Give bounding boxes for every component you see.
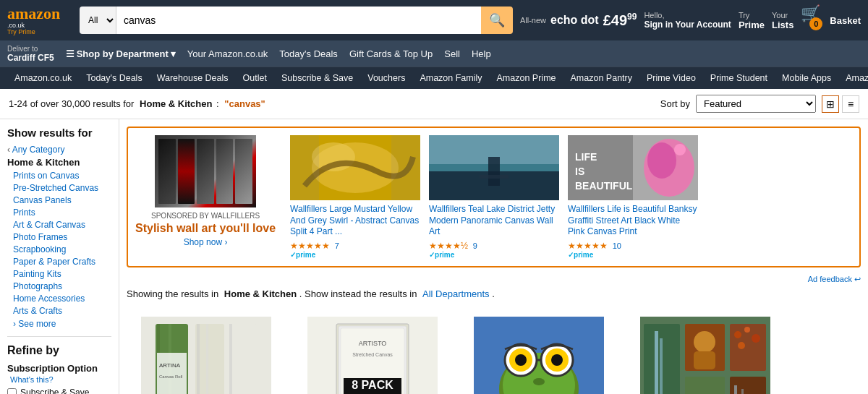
product-card-2[interactable]: 8 PACK 12x12 in ARTISTO Stretched Canvas (293, 309, 452, 394)
todays-deals-link[interactable]: Today's Deals (279, 48, 338, 59)
subscribe-save-checkbox[interactable] (7, 388, 17, 395)
ad-shop-now-link[interactable]: Shop now › (184, 237, 228, 247)
swirl-svg (290, 135, 420, 200)
showing-dept: Home & Kitchen (224, 288, 297, 299)
ad-product-2-image[interactable] (429, 135, 559, 200)
nav-outlet[interactable]: Outlet (236, 67, 274, 89)
ad-main-panel: SPONSORED BY WALLFILLERS Stylish wall ar… (135, 135, 276, 247)
product-grid: ARTINA Canvas Roll 8 PA (127, 309, 861, 394)
product-card-3[interactable]: ●●● (459, 309, 618, 394)
your-label: Your (772, 11, 793, 20)
account-area[interactable]: Hello, Sign in Your Account (644, 11, 731, 30)
nav-vouchers[interactable]: Vouchers (360, 67, 412, 89)
basket-area[interactable]: 🛒 0 Basket (801, 4, 861, 36)
nav-prime-student[interactable]: Prime Student (703, 67, 775, 89)
nav-pickup[interactable]: Amazon Pickup Locations (838, 67, 868, 89)
header-sub: Deliver to Cardiff CF5 ☰ Shop by Departm… (0, 40, 868, 67)
canvas-panel-3 (197, 139, 214, 204)
cat-pre-stretched[interactable]: Pre-Stretched Canvas (13, 183, 111, 193)
cat-photo-frames[interactable]: Photo Frames (13, 232, 111, 242)
nav-amazon-prime[interactable]: Amazon Prime (490, 67, 563, 89)
cat-paper-crafts[interactable]: Paper & Paper Crafts (13, 257, 111, 267)
search-button[interactable]: 🔍 (481, 7, 513, 34)
ad-product-1-name[interactable]: Wallfillers Large Mustard Yellow And Gre… (290, 204, 420, 238)
cat-canvas-panels[interactable]: Canvas Panels (13, 195, 111, 205)
refine-by-title: Refine by (7, 344, 111, 357)
any-category[interactable]: ‹ Any Category (7, 145, 111, 155)
ad-product-2-name[interactable]: Wallfillers Teal Lake District Jetty Mod… (429, 204, 559, 238)
current-dept-label: Home & Kitchen (7, 157, 111, 168)
navbar: Amazon.co.uk Today's Deals Warehouse Dea… (0, 67, 868, 89)
list-view-icon[interactable]: ≡ (842, 95, 859, 113)
svg-point-44 (515, 354, 527, 366)
product-4-image (640, 317, 770, 394)
ad-title: Stylish wall art you'll love (135, 222, 276, 235)
showing-results-bar: Showing the results in Home & Kitchen . … (127, 284, 861, 304)
results-query: "canvas" (224, 98, 265, 109)
cat-photographs[interactable]: Photographs (13, 281, 111, 291)
nav-prime-video[interactable]: Prime Video (639, 67, 703, 89)
sort-select[interactable]: Featured Price: Low to High Price: High … (696, 95, 816, 113)
grid-view-icon[interactable]: ⊞ (822, 95, 839, 113)
results-count: 1-24 of over 30,000 results for Home & K… (9, 98, 265, 109)
ad-product-1-image[interactable] (290, 135, 420, 200)
svg-point-62 (734, 331, 741, 338)
shop-dept-label: Shop by Department (77, 48, 169, 59)
svg-rect-59 (685, 377, 725, 394)
all-depts-link[interactable]: All Departments (422, 288, 489, 299)
see-more-link[interactable]: › See more (7, 319, 111, 329)
any-category-link[interactable]: Any Category (12, 145, 65, 155)
your-amazon-link[interactable]: Your Amazon.co.uk (187, 48, 268, 59)
ad-product-3-image[interactable]: LIFE IS BEAUTIFUL (568, 135, 698, 200)
basket-label: Basket (830, 15, 861, 26)
product-card-1[interactable]: ARTINA Canvas Roll (127, 309, 286, 394)
svg-point-49 (533, 378, 545, 385)
cat-painting-kits[interactable]: Painting Kits (13, 269, 111, 279)
deliver-to[interactable]: Deliver to Cardiff CF5 (7, 45, 54, 63)
product-card-4[interactable] (626, 309, 785, 394)
show-results-heading: Show results for (7, 127, 111, 139)
svg-point-47 (551, 354, 563, 366)
prime-area[interactable]: Try Prime (739, 11, 765, 30)
cat-art-craft-canvas[interactable]: Art & Craft Canvas (13, 220, 111, 230)
echo-promo[interactable]: All-new echo dot £4999 (520, 12, 637, 29)
search-bar: All 🔍 (80, 7, 513, 34)
gift-cards-link[interactable]: Gift Cards & Top Up (349, 48, 433, 59)
lists-area[interactable]: Your Lists (772, 11, 793, 30)
canvas-packs-svg: 8 PACK 12x12 in ARTISTO Stretched Canvas (307, 317, 438, 394)
sell-link[interactable]: Sell (444, 48, 460, 59)
ad-product-3-name[interactable]: Wallfillers Life is Beautiful Banksy Gra… (568, 204, 698, 238)
whats-this-1[interactable]: What's this? (10, 375, 54, 384)
nav-mobile-apps[interactable]: Mobile Apps (775, 67, 838, 89)
ad-feedback[interactable]: Ad feedback ↩ (127, 275, 861, 284)
nav-amazon-pantry[interactable]: Amazon Pantry (563, 67, 639, 89)
svg-rect-58 (694, 351, 715, 369)
shop-by-department[interactable]: ☰ Shop by Department ▾ (66, 48, 176, 59)
svg-rect-27 (157, 353, 187, 394)
ad-product-3-prime: ✓prime (568, 251, 698, 259)
cat-home-accessories[interactable]: Home Accessories (13, 294, 111, 304)
nav-amazon-family[interactable]: Amazon Family (412, 67, 489, 89)
nav-amazon-uk[interactable]: Amazon.co.uk (7, 67, 79, 89)
canvas-rolls-svg: ARTINA Canvas Roll (141, 317, 271, 394)
cat-prints-on-canvas[interactable]: Prints on Canvas (13, 171, 111, 181)
svg-text:LIFE: LIFE (575, 151, 597, 163)
product-2-image: 8 PACK 12x12 in ARTISTO Stretched Canvas (307, 317, 438, 394)
nav-warehouse-deals[interactable]: Warehouse Deals (150, 67, 236, 89)
prime-link: Prime (739, 20, 765, 30)
cat-prints[interactable]: Prints (13, 207, 111, 218)
nav-subscribe-save[interactable]: Subscribe & Save (274, 67, 360, 89)
cat-scrapbooking[interactable]: Scrapbooking (13, 244, 111, 254)
ad-product-2-stars: ★★★★½ 9 (429, 240, 559, 251)
nav-todays-deals[interactable]: Today's Deals (79, 67, 149, 89)
search-input[interactable] (116, 7, 481, 34)
search-category-select[interactable]: All (80, 7, 116, 34)
amazon-logo[interactable]: amazon .co.uk Try Prime (7, 5, 72, 35)
help-link[interactable]: Help (472, 48, 491, 59)
ad-product-3: LIFE IS BEAUTIFUL Wallfillers Life is Be… (568, 135, 698, 259)
sponsored-ad-box: SPONSORED BY WALLFILLERS Stylish wall ar… (127, 127, 861, 267)
see-more-text[interactable]: See more (18, 319, 56, 329)
canvas-panel-2 (178, 139, 195, 204)
cat-arts-crafts[interactable]: Arts & Crafts (13, 306, 111, 316)
try-prime-label: Try (739, 11, 765, 20)
